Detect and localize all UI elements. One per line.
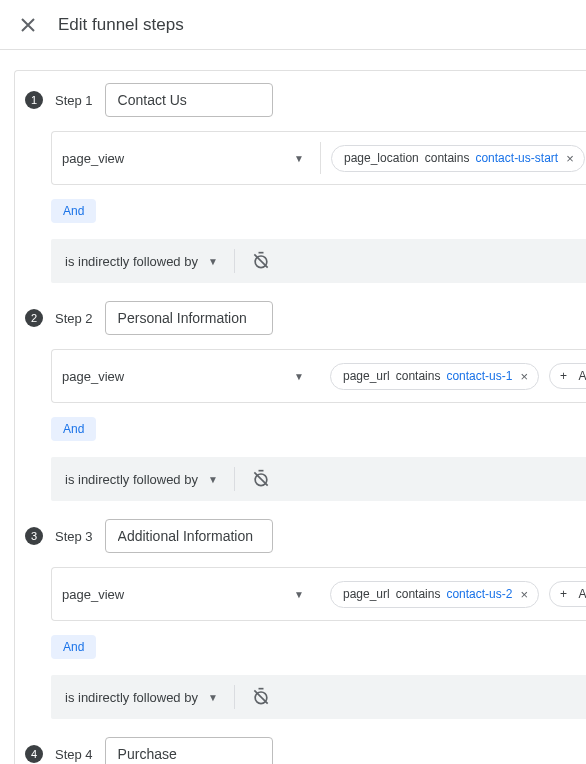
step-body: page_view▼ page_url contains contact-us-… [51,567,586,661]
chevron-down-icon: ▼ [208,474,218,485]
event-name: page_view [62,151,124,166]
step-head: 4 Step 4 [25,737,586,764]
dialog-header: Edit funnel steps [0,0,586,50]
step-head: 3 Step 3 [25,519,586,553]
condition-value: contact-us-start [475,151,558,165]
funnel-step: 3 Step 3 page_view▼ page_url contains co… [25,519,586,719]
condition-op: contains [396,587,441,601]
condition-value: contact-us-1 [446,369,512,383]
step-label: Step 3 [55,529,93,544]
step-number-badge: 4 [25,745,43,763]
plus-icon: + [560,369,567,383]
step-body: page_view▼ page_url contains contact-us-… [51,349,586,443]
followed-by-select[interactable]: is indirectly followed by ▼ [65,472,218,487]
remove-condition-icon[interactable]: × [520,369,528,384]
funnel-step: 2 Step 2 page_view▼ page_url contains co… [25,301,586,501]
event-select[interactable]: page_view▼ [62,582,310,606]
step-label: Step 2 [55,311,93,326]
vertical-divider [234,467,235,491]
funnel-step: 4 Step 4 page_view▼ page_url contains th… [25,737,586,764]
condition-block: page_view▼ page_url contains contact-us-… [51,567,586,621]
add-condition-button[interactable]: + Ad [549,363,586,389]
dialog-title: Edit funnel steps [58,15,184,35]
condition-op: contains [425,151,470,165]
step-label: Step 1 [55,93,93,108]
followed-by-select[interactable]: is indirectly followed by ▼ [65,254,218,269]
step-name-input[interactable] [105,737,273,764]
followed-by-bar: is indirectly followed by ▼ [51,457,586,501]
remove-condition-icon[interactable]: × [520,587,528,602]
step-number-badge: 3 [25,527,43,545]
followed-by-bar: is indirectly followed by ▼ [51,239,586,283]
add-label: Ad [578,587,586,601]
event-name: page_view [62,587,124,602]
and-operator-button[interactable]: And [51,635,96,659]
vertical-divider [234,685,235,709]
condition-block: page_view▼ page_url contains contact-us-… [51,349,586,403]
step-head: 1 Step 1 [25,83,586,117]
plus-icon: + [560,587,567,601]
condition-op: contains [396,369,441,383]
condition-row: page_view▼ page_location contains contac… [62,142,586,174]
followed-by-select[interactable]: is indirectly followed by ▼ [65,690,218,705]
condition-param: page_location [344,151,419,165]
followed-by-label: is indirectly followed by [65,472,198,487]
vertical-divider [234,249,235,273]
remove-condition-icon[interactable]: × [566,151,574,166]
followed-by-label: is indirectly followed by [65,690,198,705]
condition-chip[interactable]: page_url contains contact-us-1 × [330,363,539,390]
step-head: 2 Step 2 [25,301,586,335]
add-label: Ad [578,369,586,383]
chevron-down-icon: ▼ [294,153,304,164]
chevron-down-icon: ▼ [208,692,218,703]
condition-param: page_url [343,587,390,601]
timer-off-icon[interactable] [251,687,271,707]
condition-value: contact-us-2 [446,587,512,601]
steps-container: 1 Step 1 page_view▼ page_location contai… [14,70,586,764]
close-icon[interactable] [16,13,40,37]
timer-off-icon[interactable] [251,469,271,489]
step-name-input[interactable] [105,301,273,335]
vertical-divider [320,142,321,174]
steps-scroll: 1 Step 1 page_view▼ page_location contai… [0,50,586,764]
step-name-input[interactable] [105,519,273,553]
chevron-down-icon: ▼ [208,256,218,267]
condition-param: page_url [343,369,390,383]
step-number-badge: 1 [25,91,43,109]
step-name-input[interactable] [105,83,273,117]
condition-row: page_view▼ page_url contains contact-us-… [62,578,586,610]
condition-chip[interactable]: page_url contains contact-us-2 × [330,581,539,608]
condition-row: page_view▼ page_url contains contact-us-… [62,360,586,392]
and-operator-button[interactable]: And [51,199,96,223]
timer-off-icon[interactable] [251,251,271,271]
step-body: page_view▼ page_location contains contac… [51,131,586,225]
event-select[interactable]: page_view▼ [62,364,310,388]
chevron-down-icon: ▼ [294,371,304,382]
add-condition-button[interactable]: + Ad [549,581,586,607]
event-name: page_view [62,369,124,384]
event-select[interactable]: page_view▼ [62,146,310,170]
condition-chip[interactable]: page_location contains contact-us-start … [331,145,585,172]
step-label: Step 4 [55,747,93,762]
funnel-step: 1 Step 1 page_view▼ page_location contai… [25,83,586,283]
chevron-down-icon: ▼ [294,589,304,600]
and-operator-button[interactable]: And [51,417,96,441]
followed-by-bar: is indirectly followed by ▼ [51,675,586,719]
step-number-badge: 2 [25,309,43,327]
followed-by-label: is indirectly followed by [65,254,198,269]
condition-block: page_view▼ page_location contains contac… [51,131,586,185]
